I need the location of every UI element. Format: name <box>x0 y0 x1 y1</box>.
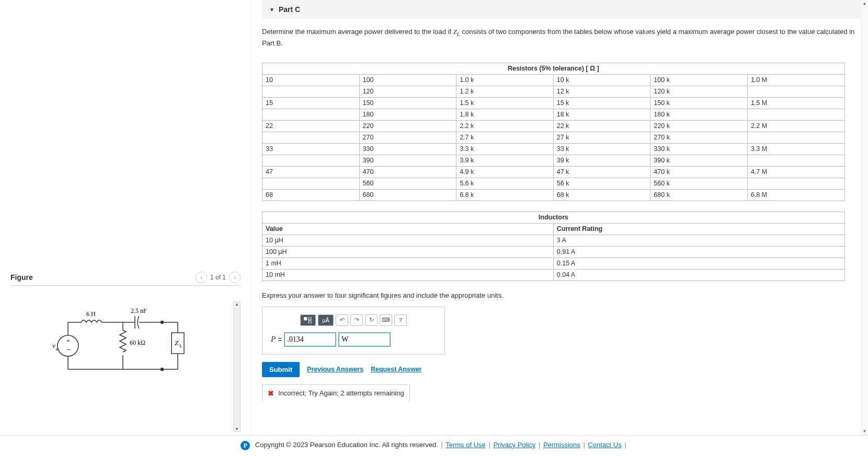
table-cell: 56 k <box>553 178 650 189</box>
table-cell: 680 k <box>650 189 748 201</box>
table-cell: 6.8 k <box>456 189 554 201</box>
table-cell <box>747 109 844 120</box>
table-cell: 1.0 M <box>747 74 844 86</box>
terms-link[interactable]: Terms of Use <box>446 441 486 449</box>
table-cell: 270 k <box>650 132 748 143</box>
table-cell: 15 <box>262 97 360 109</box>
svg-point-5 <box>161 321 164 324</box>
table-cell <box>747 178 844 189</box>
svg-text:+: + <box>66 337 70 344</box>
table-cell: 33 k <box>553 143 650 155</box>
privacy-link[interactable]: Privacy Policy <box>493 441 535 449</box>
copyright-text: Copyright © 2023 Pearson Education Inc. … <box>255 441 438 449</box>
reset-button[interactable]: ↻ <box>365 314 378 326</box>
table-cell: 390 <box>359 155 456 166</box>
table-cell: 1 mH <box>262 258 554 269</box>
table-cell: 0.91 A <box>553 246 844 258</box>
svg-text:6 H: 6 H <box>86 310 96 318</box>
table-cell <box>747 132 844 143</box>
table-cell: 18 k <box>553 109 650 120</box>
figure-next-button[interactable]: › <box>229 272 241 283</box>
page-footer: P Copyright © 2023 Pearson Education Inc… <box>0 435 868 455</box>
redo-button[interactable]: ↷ <box>350 314 363 326</box>
table-cell: 6.8 M <box>747 189 844 201</box>
table-cell: 100 k <box>650 74 748 86</box>
feedback-text: Incorrect; Try Again; 2 attempts remaini… <box>278 389 404 397</box>
svg-text:L: L <box>179 343 182 348</box>
svg-text:2.5 nF: 2.5 nF <box>131 307 147 314</box>
svg-point-10 <box>161 368 164 371</box>
figure-counter: 1 of 1 <box>210 274 226 281</box>
table-cell: 680 <box>359 189 456 201</box>
table-cell: 150 k <box>650 97 748 109</box>
table-cell: 0.15 A <box>553 258 844 269</box>
svg-text:v: v <box>52 342 55 349</box>
table-cell <box>747 155 844 166</box>
table-cell: 47 k <box>553 166 650 178</box>
figure-prev-button[interactable]: ‹ <box>196 272 207 283</box>
table-cell: 2.2 k <box>456 120 554 132</box>
answer-value-input[interactable] <box>284 332 336 347</box>
table-cell: 3.9 k <box>456 155 554 166</box>
svg-text:60 kΩ: 60 kΩ <box>130 339 145 346</box>
express-instruction: Express your answer to four significant … <box>262 291 863 299</box>
table-cell: 10 <box>262 74 360 86</box>
table-cell: 10 µH <box>262 235 554 246</box>
table-cell: 390 k <box>650 155 748 166</box>
help-button[interactable]: ? <box>394 314 407 326</box>
table-cell: 560 k <box>650 178 748 189</box>
table-cell: 39 k <box>553 155 650 166</box>
part-c-title: Part C <box>279 5 300 14</box>
svg-text:−: − <box>66 345 71 354</box>
figure-title: Figure <box>10 273 33 282</box>
answer-box: µÅ ↶ ↷ ↻ ⌨ ? P = <box>262 307 445 355</box>
figure-scrollbar[interactable]: ▲ ▼ <box>233 301 241 432</box>
content-scrollbar[interactable]: ▲ ▼ <box>861 0 868 435</box>
template-button[interactable] <box>300 314 316 326</box>
table-cell: 1.5 M <box>747 97 844 109</box>
feedback-box: ✖ Incorrect; Try Again; 2 attempts remai… <box>262 384 410 402</box>
table-cell: 27 k <box>553 132 650 143</box>
table-cell: 2.7 k <box>456 132 554 143</box>
table-cell <box>262 155 360 166</box>
previous-answers-link[interactable]: Previous Answers <box>307 366 363 373</box>
table-cell: 470 k <box>650 166 748 178</box>
permissions-link[interactable]: Permissions <box>543 441 580 449</box>
table-cell: 1.5 k <box>456 97 554 109</box>
undo-button[interactable]: ↶ <box>336 314 348 326</box>
table-cell: 1.0 k <box>456 74 554 86</box>
keyboard-button[interactable]: ⌨ <box>380 314 392 326</box>
table-cell: 68 k <box>553 189 650 201</box>
units-button[interactable]: µÅ <box>318 314 334 326</box>
table-cell: 560 <box>359 178 456 189</box>
request-answer-link[interactable]: Request Answer <box>371 366 421 373</box>
incorrect-icon: ✖ <box>268 389 274 397</box>
table-cell: 10 k <box>553 74 650 86</box>
table-cell: 100 µH <box>262 246 554 258</box>
table-cell: 1.2 k <box>456 86 554 97</box>
table-cell: 10 mH <box>262 269 554 280</box>
table-cell: 120 <box>359 86 456 97</box>
table-cell: 22 <box>262 120 360 132</box>
table-cell: 330 k <box>650 143 748 155</box>
contact-link[interactable]: Contact Us <box>588 441 621 449</box>
answer-symbol: P <box>271 335 276 344</box>
table-cell: 100 <box>359 74 456 86</box>
table-cell: 3.3 M <box>747 143 844 155</box>
submit-button[interactable]: Submit <box>262 362 300 377</box>
part-c-header[interactable]: ▼ Part C <box>262 0 863 19</box>
table-cell: 15 k <box>553 97 650 109</box>
circuit-diagram: + − 6 H 2.5 nF 60 kΩ ZL vg <box>42 301 209 395</box>
table-cell: 4.9 k <box>456 166 554 178</box>
table-cell: 150 <box>359 97 456 109</box>
svg-text:g: g <box>56 346 59 351</box>
table-cell: 4.7 M <box>747 166 844 178</box>
table-cell <box>262 86 360 97</box>
table-cell <box>262 109 360 120</box>
pearson-logo-icon: P <box>241 441 250 450</box>
table-cell: 68 <box>262 189 360 201</box>
table-cell: 330 <box>359 143 456 155</box>
inductor-table: Inductors ValueCurrent Rating 10 µH3 A10… <box>262 212 845 281</box>
svg-rect-26 <box>309 317 311 320</box>
answer-unit-input[interactable] <box>338 332 391 347</box>
